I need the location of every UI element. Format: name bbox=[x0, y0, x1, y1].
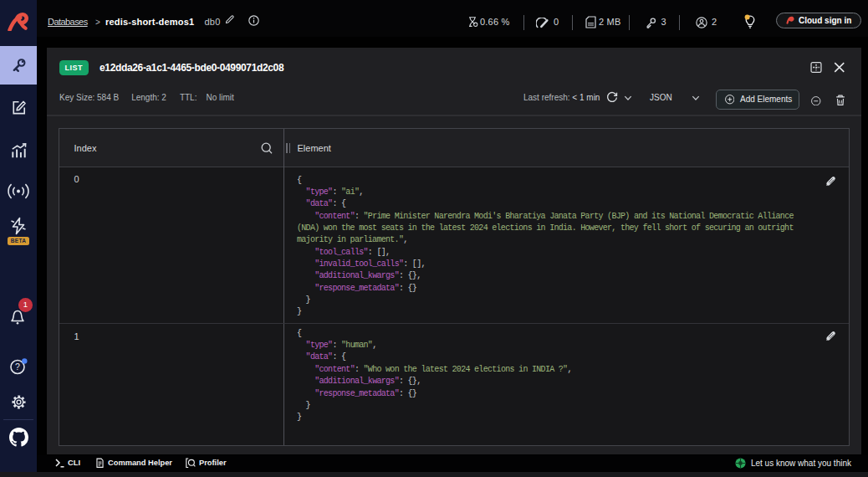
svg-text:?: ? bbox=[15, 362, 20, 372]
